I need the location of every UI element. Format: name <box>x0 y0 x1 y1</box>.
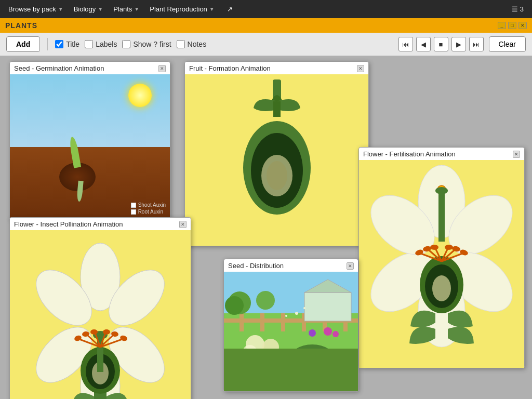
svg-point-75 <box>309 329 316 337</box>
germination-close-button[interactable]: ✕ <box>158 65 166 72</box>
svg-rect-63 <box>304 292 351 321</box>
root-auxin-box <box>131 209 136 215</box>
title-checkbox[interactable] <box>55 40 63 48</box>
fruit-scene <box>185 74 368 246</box>
fertilisation-scene <box>359 160 524 368</box>
plants-arrow-icon: ▼ <box>134 6 139 12</box>
biology-nav-button[interactable]: Biology ▼ <box>70 3 108 15</box>
top-nav: Browse by pack ▼ Biology ▼ Plants ▼ Plan… <box>0 0 532 18</box>
fruit-card[interactable]: Fruit - Formation Animation ✕ <box>184 61 369 246</box>
toolbar: Add Title Labels Show ? first Notes ⏮ ◀ … <box>0 33 532 56</box>
svg-point-4 <box>267 161 287 190</box>
main-canvas: Seed - Germination Animation ✕ Shoot Aux… <box>0 56 532 399</box>
next-button[interactable]: ▶ <box>451 37 466 51</box>
pollination-card-title: Flower - Insect Pollination Animation ✕ <box>10 218 191 230</box>
svg-point-27 <box>90 329 98 335</box>
germination-card[interactable]: Seed - Germination Animation ✕ Shoot Aux… <box>9 61 170 220</box>
svg-rect-59 <box>281 313 285 331</box>
root-auxin-legend: Root Auxin <box>131 209 166 215</box>
svg-point-77 <box>303 307 305 309</box>
minimize-button[interactable]: _ <box>498 22 506 29</box>
svg-rect-57 <box>240 313 244 331</box>
plants-label: PLANTS <box>5 21 37 30</box>
svg-point-78 <box>285 315 287 317</box>
germination-scene: Shoot Auxin Root Auxin <box>10 74 170 220</box>
fruit-card-title: Fruit - Formation Animation ✕ <box>185 62 368 74</box>
legend: Shoot Auxin Root Auxin <box>131 201 166 216</box>
sun <box>128 84 152 107</box>
stop-button[interactable]: ■ <box>434 37 448 51</box>
labels-checkbox-label[interactable]: Labels <box>85 40 117 48</box>
svg-point-53 <box>445 245 453 250</box>
pollination-svg <box>22 235 178 399</box>
toolbar-divider-1 <box>47 38 48 50</box>
window-controls: _ □ ✕ <box>498 22 527 29</box>
pollination-card[interactable]: Flower - Insect Pollination Animation ✕ <box>9 217 191 399</box>
fertilisation-card[interactable]: Flower - Fertilisation Animation ✕ <box>358 147 525 368</box>
last-button[interactable]: ⏭ <box>469 37 484 51</box>
fertilisation-svg <box>369 163 514 365</box>
menu-button[interactable]: ☰ 3 <box>508 3 528 15</box>
svg-rect-79 <box>224 349 358 391</box>
svg-point-66 <box>225 296 244 315</box>
notes-checkbox[interactable] <box>177 40 185 48</box>
shoot-auxin-legend: Shoot Auxin <box>131 202 166 208</box>
shoot-auxin-box <box>131 203 136 208</box>
svg-point-51 <box>430 245 438 250</box>
germination-card-title: Seed - Germination Animation ✕ <box>10 62 170 74</box>
fertilisation-card-title: Flower - Fertilisation Animation ✕ <box>359 148 524 160</box>
clear-button[interactable]: Clear <box>489 36 526 52</box>
show-q-first-checkbox[interactable] <box>122 40 130 48</box>
show-q-first-checkbox-label[interactable]: Show ? first <box>122 40 171 48</box>
distribution-scene <box>224 272 358 391</box>
distribution-card-title: Seed - Distribution ✕ <box>224 259 358 272</box>
svg-point-73 <box>324 327 332 336</box>
svg-point-38 <box>435 187 448 194</box>
svg-point-76 <box>295 312 298 315</box>
plants-bar: PLANTS _ □ ✕ <box>0 18 532 33</box>
playback-controls: ⏮ ◀ ■ ▶ ⏭ <box>398 37 484 51</box>
plant-reproduction-nav-button[interactable]: Plant Reproduction ▼ <box>145 3 218 15</box>
plant-rep-arrow-icon: ▼ <box>209 6 215 12</box>
fertilisation-close-button[interactable]: ✕ <box>513 151 520 158</box>
distribution-close-button[interactable]: ✕ <box>347 262 354 270</box>
svg-point-67 <box>256 291 275 310</box>
add-button[interactable]: Add <box>6 36 40 52</box>
svg-point-41 <box>432 275 451 301</box>
distribution-card[interactable]: Seed - Distribution ✕ <box>223 259 358 392</box>
title-checkbox-label[interactable]: Title <box>55 40 79 48</box>
first-button[interactable]: ⏮ <box>398 37 413 51</box>
svg-point-29 <box>103 329 110 335</box>
close-button[interactable]: ✕ <box>518 22 527 29</box>
distribution-svg <box>224 272 358 391</box>
share-button[interactable]: ↗ <box>223 3 237 15</box>
svg-rect-58 <box>260 313 264 331</box>
biology-arrow-icon: ▼ <box>98 6 103 12</box>
svg-rect-37 <box>438 190 445 242</box>
pollination-scene <box>10 230 191 399</box>
svg-point-74 <box>332 331 339 337</box>
plants-nav-button[interactable]: Plants ▼ <box>109 3 143 15</box>
share-icon: ↗ <box>227 5 233 13</box>
browse-arrow-icon: ▼ <box>58 6 63 12</box>
labels-checkbox[interactable] <box>85 40 93 48</box>
fruit-close-button[interactable]: ✕ <box>357 65 364 72</box>
browse-by-pack-button[interactable]: Browse by pack ▼ <box>4 3 68 15</box>
prev-button[interactable]: ◀ <box>416 37 431 51</box>
fruit-svg <box>225 79 329 241</box>
restore-button[interactable]: □ <box>508 22 516 29</box>
notes-checkbox-label[interactable]: Notes <box>177 40 207 48</box>
svg-rect-5 <box>273 101 281 117</box>
pollination-close-button[interactable]: ✕ <box>179 221 187 228</box>
